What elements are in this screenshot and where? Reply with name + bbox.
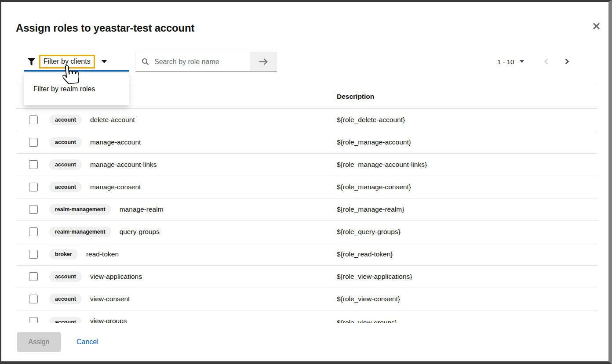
- arrow-right-icon: [259, 58, 269, 65]
- filter-icon: [28, 58, 35, 65]
- roles-table: Description accountdelete-account${role_…: [16, 84, 597, 323]
- search-input[interactable]: [153, 58, 239, 66]
- role-name: read-token: [86, 250, 119, 258]
- pagination-range: 1 - 10: [497, 58, 514, 65]
- table-row: accountview-applications${role_view-appl…: [16, 266, 597, 288]
- role-description: ${role_manage-consent}: [337, 183, 411, 191]
- role-description: ${role_view-consent}: [337, 295, 400, 303]
- role-table-body: accountdelete-account${role_delete-accou…: [16, 109, 597, 323]
- table-row: realm-managementquery-groups${role_query…: [16, 221, 597, 243]
- role-description: ${role_delete-account}: [337, 116, 405, 124]
- role-name: query-groups: [120, 228, 160, 236]
- search-input-wrapper: [135, 52, 250, 72]
- client-badge: account: [49, 317, 82, 323]
- table-row: accountview-consent${role_view-consent}: [16, 288, 597, 310]
- row-checkbox[interactable]: [29, 205, 38, 214]
- client-badge: account: [49, 271, 82, 282]
- row-checkbox[interactable]: [29, 183, 38, 191]
- cursor-pointer-icon: [62, 64, 80, 85]
- table-row: accountmanage-consent${role_manage-conse…: [16, 176, 597, 198]
- row-checkbox[interactable]: [29, 160, 38, 169]
- row-checkbox[interactable]: [29, 138, 38, 147]
- table-row: accountdelete-account${role_delete-accou…: [16, 109, 597, 131]
- pagination-next-button[interactable]: [564, 58, 570, 65]
- pagination: 1 - 10: [497, 51, 570, 72]
- chevron-right-icon: [564, 58, 570, 65]
- table-row: accountview-groups${role_view-groups}: [16, 310, 597, 323]
- modal-window: Assign roles to yeastar-test account Fil…: [0, 0, 612, 364]
- table-row: accountmanage-account-links${role_manage…: [16, 154, 597, 176]
- client-badge: account: [49, 115, 82, 125]
- role-name: manage-realm: [120, 205, 164, 213]
- role-name: view-consent: [90, 295, 130, 303]
- role-name: delete-account: [90, 116, 135, 124]
- pagination-prev-button[interactable]: [543, 58, 549, 65]
- page-title: Assign roles to yeastar-test account: [16, 22, 194, 34]
- role-description: ${role_manage-realm}: [337, 205, 404, 213]
- x-icon: [592, 22, 601, 30]
- role-description: ${role_query-groups}: [337, 228, 401, 236]
- assign-button[interactable]: Assign: [17, 332, 61, 352]
- client-badge: account: [49, 182, 82, 192]
- pagination-caret-down-icon[interactable]: [520, 60, 524, 63]
- search-group: [135, 52, 277, 72]
- role-description: ${role_manage-account-links}: [337, 161, 427, 169]
- row-checkbox[interactable]: [29, 115, 38, 124]
- role-description: ${role_manage-account}: [337, 138, 411, 146]
- search-submit-button[interactable]: [250, 52, 277, 72]
- role-name: manage-account-links: [90, 161, 157, 169]
- cancel-button[interactable]: Cancel: [75, 332, 100, 352]
- role-name: view-applications: [90, 273, 142, 281]
- role-name: view-groups: [90, 317, 127, 323]
- client-badge: account: [49, 137, 82, 148]
- client-badge: account: [49, 294, 82, 304]
- client-badge: account: [49, 159, 82, 170]
- role-description: ${role_view-applications}: [337, 273, 412, 281]
- row-checkbox[interactable]: [29, 295, 38, 303]
- description-column-header: Description: [337, 93, 374, 101]
- assign-roles-modal: Assign roles to yeastar-test account Fil…: [1, 2, 608, 361]
- role-name: manage-consent: [90, 183, 141, 191]
- search-icon: [142, 58, 149, 65]
- chevron-down-icon: [102, 60, 107, 63]
- row-checkbox[interactable]: [29, 272, 38, 281]
- role-description: ${role_view-groups}: [337, 319, 397, 323]
- role-description: ${role_read-token}: [337, 250, 393, 258]
- menu-item-filter-by-realm-roles[interactable]: Filter by realm roles: [24, 85, 95, 93]
- table-row: brokerread-token${role_read-token}: [16, 243, 597, 266]
- close-icon[interactable]: [590, 19, 603, 32]
- row-checkbox[interactable]: [29, 317, 38, 323]
- client-badge: realm-management: [49, 204, 111, 215]
- chevron-left-icon: [543, 58, 549, 65]
- role-name: manage-account: [90, 138, 141, 146]
- table-row: accountmanage-account${role_manage-accou…: [16, 131, 597, 154]
- row-checkbox[interactable]: [29, 250, 38, 259]
- table-row: realm-managementmanage-realm${role_manag…: [16, 198, 597, 221]
- client-badge: broker: [49, 249, 78, 259]
- row-checkbox[interactable]: [29, 227, 38, 236]
- client-badge: realm-management: [49, 227, 111, 237]
